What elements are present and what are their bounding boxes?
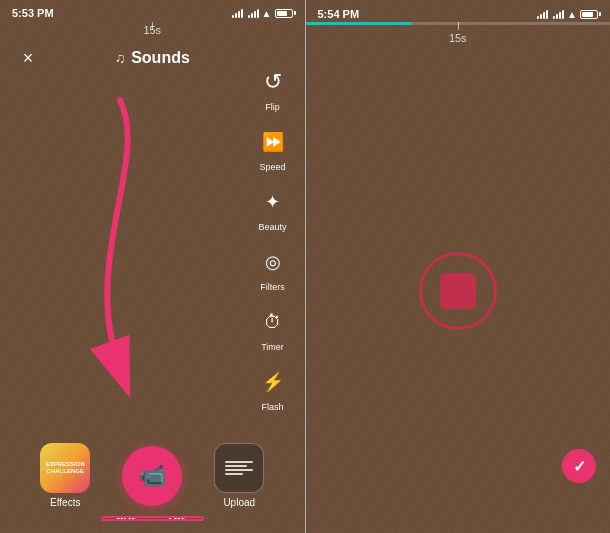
status-icons-right: ▲	[537, 9, 598, 20]
stop-record-button[interactable]	[419, 252, 497, 330]
beauty-tool[interactable]: ✦ Beauty	[251, 180, 295, 236]
stop-icon	[440, 273, 476, 309]
status-time-right: 5:54 PM	[318, 8, 360, 20]
sounds-header: ♫ Sounds	[115, 49, 190, 67]
timeline-left: 15s	[0, 22, 305, 40]
timeline-right: 15s	[306, 22, 611, 48]
effects-icon: EXPRESSION CHALLENGE	[40, 443, 90, 493]
wifi-icon-r: ▲	[567, 9, 577, 20]
status-icons-left: ▲	[232, 8, 293, 19]
timeline-text-right: 15s	[449, 32, 467, 44]
effects-icon-text: EXPRESSION CHALLENGE	[44, 459, 87, 477]
left-panel: 5:53 PM ▲ 15s × ♫ Sounds ↺ Flip	[0, 0, 305, 533]
status-bar-right: 5:54 PM ▲	[306, 0, 611, 22]
upload-icon	[214, 443, 264, 493]
timer-label: Timer	[261, 342, 284, 352]
speed-label: Speed	[259, 162, 285, 172]
upload-lines	[225, 461, 253, 475]
duration-selector[interactable]: 60s 15s	[101, 516, 204, 521]
status-time-left: 5:53 PM	[12, 7, 54, 19]
beauty-icon: ✦	[255, 184, 291, 220]
battery-icon	[275, 9, 293, 18]
filters-tool[interactable]: ◎ Filters	[251, 240, 295, 296]
timer-tool[interactable]: ⏱ Timer	[251, 300, 295, 356]
timer-icon: ⏱	[255, 304, 291, 340]
duration-15s[interactable]: 15s	[152, 516, 202, 521]
effects-label: Effects	[50, 497, 80, 508]
filters-icon: ◎	[255, 244, 291, 280]
flip-icon: ↺	[255, 64, 291, 100]
bottom-icons-row: EXPRESSION CHALLENGE Effects 📹	[40, 443, 264, 508]
flip-label: Flip	[265, 102, 280, 112]
flash-icon: ⚡	[255, 364, 291, 400]
signal-icon-2	[248, 8, 259, 18]
beauty-label: Beauty	[258, 222, 286, 232]
signal-icon	[232, 8, 243, 18]
flash-label: Flash	[261, 402, 283, 412]
sounds-text: Sounds	[131, 49, 190, 67]
duration-60s[interactable]: 60s	[103, 516, 153, 521]
flip-tool[interactable]: ↺ Flip	[251, 60, 295, 116]
status-bar-left: 5:53 PM ▲	[0, 0, 305, 22]
wifi-icon: ▲	[262, 8, 272, 19]
record-button[interactable]: 📹	[122, 446, 182, 506]
timeline-text-left: 15s	[143, 24, 161, 36]
speed-tool[interactable]: ⏩ Speed	[251, 120, 295, 176]
upload-label: Upload	[223, 497, 255, 508]
right-panel: 5:54 PM ▲ 15s ✓	[306, 0, 611, 533]
camera-icon: 📹	[139, 463, 166, 489]
close-button[interactable]: ×	[14, 44, 42, 72]
signal-icon-r	[537, 9, 548, 19]
upload-button[interactable]: Upload	[214, 443, 264, 508]
effects-button[interactable]: EXPRESSION CHALLENGE Effects	[40, 443, 90, 508]
flash-tool[interactable]: ⚡ Flash	[251, 360, 295, 416]
pink-arrow	[60, 80, 180, 400]
music-note-icon: ♫	[115, 50, 126, 66]
checkmark-icon: ✓	[573, 457, 586, 476]
filters-label: Filters	[260, 282, 285, 292]
speed-icon: ⏩	[255, 124, 291, 160]
signal-icon-r2	[553, 9, 564, 19]
toolbar-right: ↺ Flip ⏩ Speed ✦ Beauty ◎ Filters ⏱ Time…	[251, 60, 295, 416]
confirm-button[interactable]: ✓	[562, 449, 596, 483]
bottom-bar-left: EXPRESSION CHALLENGE Effects 📹	[0, 443, 305, 533]
battery-icon-r	[580, 10, 598, 19]
